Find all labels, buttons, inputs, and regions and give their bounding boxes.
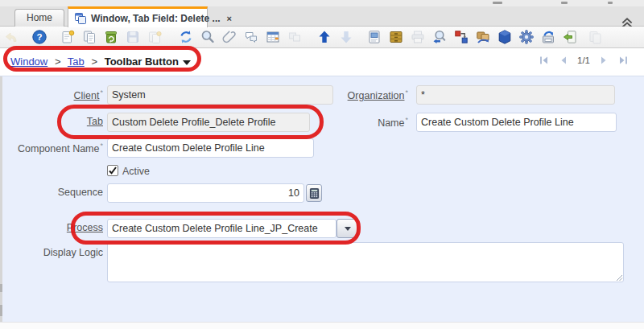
record-position: 1/1 xyxy=(577,56,590,65)
svg-text:?: ? xyxy=(36,32,42,42)
toolbar: ? xyxy=(0,27,644,48)
next-record-icon[interactable] xyxy=(598,55,609,66)
breadcrumb-dropdown-icon[interactable] xyxy=(183,60,191,65)
calculator-icon xyxy=(309,188,320,199)
component-name-label: Component Name* xyxy=(6,142,103,154)
delete-record-icon[interactable] xyxy=(103,29,119,45)
required-marker: * xyxy=(100,142,103,150)
process-dropdown-button[interactable] xyxy=(336,219,358,238)
find-icon[interactable] xyxy=(200,29,216,45)
display-logic-field[interactable] xyxy=(107,242,624,282)
detail-record-icon xyxy=(338,29,354,45)
tab-label[interactable]: Tab xyxy=(6,116,103,127)
client-label[interactable]: Client* xyxy=(6,88,103,101)
required-marker: * xyxy=(100,88,103,97)
requests-icon[interactable] xyxy=(475,29,491,45)
zoom-across-icon[interactable] xyxy=(431,29,448,45)
sequence-field[interactable] xyxy=(107,183,304,203)
tab-bar: Home Window, Tab Field: Delete ... × xyxy=(0,6,644,27)
name-field[interactable] xyxy=(416,113,617,132)
process-label[interactable]: Process xyxy=(6,222,103,233)
tab-title: Window, Tab Field: Delete ... xyxy=(91,13,221,24)
header-fragment xyxy=(493,2,502,4)
process-field[interactable] xyxy=(107,219,336,238)
save-record-icon xyxy=(125,29,141,45)
save-create-icon xyxy=(147,29,163,45)
grid-toggle-icon[interactable] xyxy=(265,29,281,45)
copy-record-icon[interactable] xyxy=(81,29,97,45)
tab-home[interactable]: Home xyxy=(14,9,64,27)
attachment-icon[interactable] xyxy=(221,29,237,45)
organization-label[interactable]: Organization* xyxy=(316,88,408,101)
breadcrumb-row: Window > Tab > Toolbar Button 1/1 xyxy=(0,48,644,76)
header-fragment xyxy=(608,2,613,4)
previous-record-icon[interactable] xyxy=(558,55,569,66)
breadcrumb-window-link[interactable]: Window xyxy=(10,56,47,68)
breadcrumb: Window > Tab > Toolbar Button xyxy=(10,53,191,71)
tab-field[interactable] xyxy=(107,113,310,132)
display-logic-label: Display Logic xyxy=(6,247,103,258)
detail-grid-icon xyxy=(287,29,303,45)
breadcrumb-current: Toolbar Button xyxy=(105,56,179,68)
workflow-icon[interactable] xyxy=(453,29,469,45)
window-icon xyxy=(74,12,87,25)
sequence-label: Sequence xyxy=(6,187,103,198)
idempiere-window: Home Window, Tab Field: Delete ... × ? W… xyxy=(0,0,644,329)
breadcrumb-separator: > xyxy=(55,56,61,68)
breadcrumb-tab-link[interactable]: Tab xyxy=(68,56,85,68)
export-icon[interactable] xyxy=(540,29,556,45)
record-navigation: 1/1 xyxy=(535,55,633,66)
tab-window-tab-field[interactable]: Window, Tab Field: Delete ... × xyxy=(68,6,208,27)
chevron-down-icon xyxy=(345,227,351,231)
new-record-icon[interactable] xyxy=(60,29,76,45)
product-info-icon[interactable] xyxy=(497,29,513,45)
import-file-icon[interactable] xyxy=(562,29,578,45)
header-fragment xyxy=(561,2,568,4)
bottom-strip xyxy=(0,322,644,329)
end-record-icon xyxy=(587,29,603,45)
left-edge-strip xyxy=(0,76,2,322)
parent-record-icon[interactable] xyxy=(316,29,332,45)
last-record-icon[interactable] xyxy=(617,55,629,66)
client-field[interactable] xyxy=(107,85,333,105)
top-header-strip xyxy=(0,0,644,6)
chat-icon[interactable] xyxy=(243,29,259,45)
report-icon[interactable] xyxy=(366,29,382,45)
process-icon[interactable] xyxy=(518,29,535,45)
active-checkbox[interactable] xyxy=(107,165,118,176)
name-label: Name* xyxy=(316,116,408,129)
organization-field[interactable] xyxy=(416,85,615,105)
required-marker: * xyxy=(405,88,408,97)
help-icon[interactable]: ? xyxy=(31,29,47,45)
required-marker: * xyxy=(405,116,408,124)
close-tab-icon[interactable]: × xyxy=(227,14,232,23)
undo-icon xyxy=(3,29,19,45)
first-record-icon[interactable] xyxy=(539,55,550,66)
toolbar-button-form: Client* Organization* Tab Name* Componen… xyxy=(0,76,644,322)
print-icon xyxy=(410,29,426,45)
calculator-button[interactable] xyxy=(306,184,322,202)
component-name-field[interactable] xyxy=(107,138,314,158)
refresh-icon[interactable] xyxy=(178,29,194,45)
active-label: Active xyxy=(122,166,150,177)
archive-icon[interactable] xyxy=(388,29,404,45)
breadcrumb-separator: > xyxy=(91,56,97,68)
